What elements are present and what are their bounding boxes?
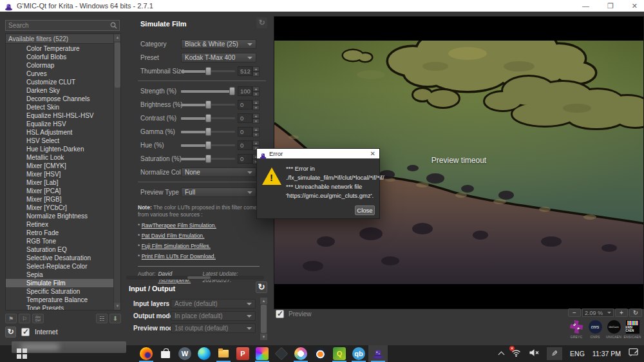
gamma-value-input[interactable]: 0 [238,127,252,137]
dialog-close-icon[interactable]: ✕ [370,150,375,157]
start-button[interactable] [17,348,27,359]
filter-item-colormap[interactable]: Colormap [6,61,114,70]
zoom-out-button[interactable]: − [568,309,581,317]
slider-handle[interactable] [205,128,211,136]
taskbar-icon-blender[interactable] [310,345,330,362]
filter-item-select-replace-color[interactable]: Select-Replace Color [6,262,114,271]
spin-up-icon[interactable]: ▲ [252,100,260,105]
output-mode-select[interactable]: In place (default) [171,311,256,321]
spin-up-icon[interactable]: ▲ [252,113,260,119]
filter-visibility-button[interactable]: ☷ [96,314,108,323]
language-indicator[interactable]: ENG [570,350,585,357]
slider-handle[interactable] [205,155,211,163]
reset-io-button[interactable]: ↻ [256,281,267,293]
taskbar-icon-gmic[interactable] [368,345,388,362]
spin-up-icon[interactable]: ▲ [252,127,260,132]
spin-up-icon[interactable]: ▲ [252,66,260,71]
zoom-reset-button[interactable]: ↻ [629,309,642,317]
gamma-slider[interactable] [181,127,235,137]
taskbar-icon-inkscape[interactable] [272,345,291,362]
rename-fave-button[interactable]: Abc Def [32,314,44,323]
zoom-in-button[interactable]: + [615,309,628,317]
filter-list-scrollbar[interactable]: ▲ ▼ [113,34,120,310]
category-select[interactable]: Black & White (25) [181,39,256,49]
spin-buttons[interactable]: ▲▼ [252,113,260,123]
taskbar-icon-firefox[interactable] [137,345,156,362]
taskbar-icon-w-app[interactable]: W [175,345,194,362]
filter-item-mixer-cmyk[interactable]: Mixer [CMYK] [6,162,114,170]
spin-down-icon[interactable]: ▼ [252,71,260,77]
spin-buttons[interactable]: ▲▼ [252,127,260,137]
filter-item-colorful-blobs[interactable]: Colorful Blobs [6,53,114,61]
filter-item-equalize-hsv[interactable]: Equalize HSV [6,120,114,128]
strength-value-input[interactable]: 100 [238,86,252,96]
action-center-icon[interactable] [629,348,639,359]
hue-slider[interactable] [181,140,235,150]
filter-item-rgb-tone[interactable]: RGB Tone [6,237,114,245]
filter-item-saturation-eq[interactable]: Saturation EQ [6,245,114,254]
scroll-up-icon[interactable]: ▲ [114,34,121,41]
filter-item-mixer-rgb[interactable]: Mixer [RGB] [6,195,114,204]
link-fuji-film-simulation-profiles[interactable]: Fuji Film Simulation Profiles. [142,243,211,249]
close-button[interactable]: ✕ [632,0,638,12]
filter-item-curves[interactable]: Curves [6,70,114,78]
saturation-value-input[interactable]: 0 [238,154,252,164]
error-dialog-titlebar[interactable]: Error ✕ [257,149,379,158]
filter-item-hsv-select[interactable]: HSV Select [6,137,114,145]
filter-item-decompose-channels[interactable]: Decompose Channels [6,95,114,103]
filter-item-mixer-hsv[interactable]: Mixer [HSV] [6,170,114,178]
filter-item-hue-lighten-darken[interactable]: Hue Lighten-Darken [6,145,114,153]
io-scrollbar[interactable]: ▲ ▼ [260,298,267,340]
filter-item-mixer-ycbcr[interactable]: Mixer [YCbCr] [6,204,114,212]
link-pat-david-film-emulation[interactable]: Pat David Film Emulation. [142,233,205,239]
taskbar-icon-edge[interactable] [194,345,214,362]
spin-down-icon[interactable]: ▼ [252,91,260,97]
spin-buttons[interactable]: ▲▼ [252,86,260,96]
link-print-film-luts-for-download[interactable]: Print Film LUTs For Download. [142,253,216,260]
scrollbar-thumb[interactable] [187,276,211,279]
thumbnail-size-value-input[interactable]: 512 [238,66,252,76]
filter-item-selective-desaturation[interactable]: Selective Desaturation [6,254,114,262]
reset-parameters-button[interactable]: ↻ [256,17,267,28]
taskbar-icon-p-app[interactable]: P [233,345,252,362]
contrast-value-input[interactable]: 0 [238,113,252,123]
zoom-level-select[interactable]: 2.09 % [582,309,614,317]
search-input[interactable]: Search [5,20,120,31]
hue-value-input[interactable]: 0 [238,140,252,150]
spin-buttons[interactable]: ▲▼ [252,100,260,110]
spin-up-icon[interactable]: ▲ [252,140,260,146]
error-close-button[interactable]: Close [355,205,375,215]
filter-item-normalize-brightness[interactable]: Normalize Brightness [6,212,114,220]
filter-item-sepia[interactable]: Sepia [6,271,114,279]
filter-tree-header[interactable]: Available filters (522) [6,34,120,44]
taskbar-icon-file-explorer[interactable] [214,345,233,362]
windows-ink-icon[interactable]: ✎ [547,347,562,360]
internet-checkbox[interactable] [21,328,30,336]
filter-item-specific-saturation[interactable]: Specific Saturation [6,287,114,296]
taskbar-icon-qgis[interactable]: Q [330,345,349,362]
scroll-down-icon[interactable]: ▼ [114,303,121,310]
filter-item-tone-presets[interactable]: Tone Presets [6,304,114,310]
slider-handle[interactable] [205,114,211,122]
filter-item-customize-clut[interactable]: Customize CLUT [6,78,114,86]
filter-item-retro-fade[interactable]: Retro Fade [6,229,114,237]
update-filters-button[interactable]: ↻ [5,327,16,338]
preset-select[interactable]: Kodak T-Max 400 [181,53,256,62]
add-fave-button[interactable]: ⚑ [5,314,17,323]
remove-fave-button[interactable]: ⚐ [19,314,30,323]
preview-checkbox[interactable] [276,310,284,318]
filter-item-darken-sky[interactable]: Darken Sky [6,86,114,95]
scrollbar-thumb[interactable] [261,305,267,333]
filter-item-temperature-balance[interactable]: Temperature Balance [6,296,114,304]
taskbar-icon-qbittorrent[interactable]: qb [349,345,368,362]
normalize-colors-select[interactable]: None [181,167,256,177]
filter-item-color-temperature[interactable]: Color Temperature [6,44,114,53]
horizontal-scrollbar[interactable] [126,276,264,280]
taskbar-icon-paint-app[interactable] [291,345,310,362]
slider-handle[interactable] [205,100,211,109]
minimize-button[interactable]: — [582,0,589,12]
slider-handle[interactable] [205,141,211,149]
spin-up-icon[interactable]: ▲ [252,86,260,91]
filter-item-mixer-lab[interactable]: Mixer [Lab] [6,178,114,187]
scroll-down-icon[interactable]: ▼ [260,334,267,340]
